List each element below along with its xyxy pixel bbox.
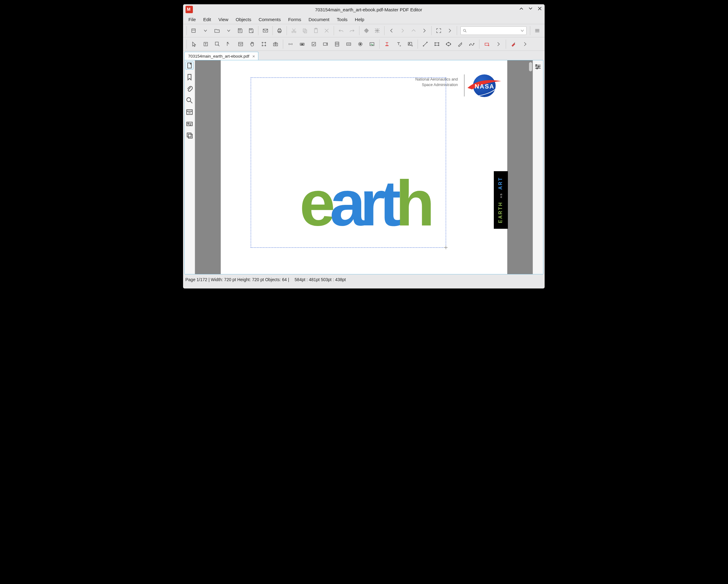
- workarea: National Aeronautics and Space Administr…: [184, 60, 543, 274]
- ellipse-tool[interactable]: [443, 39, 454, 49]
- open-button[interactable]: [212, 25, 222, 36]
- search-icon: [463, 28, 467, 33]
- document-tabstrip: 703154main_earth_art-ebook.pdf ×: [183, 51, 545, 60]
- copy-button: [300, 25, 310, 36]
- menu-help[interactable]: Help: [351, 16, 368, 23]
- fit-page-button[interactable]: [434, 25, 444, 36]
- app-icon: [185, 6, 193, 13]
- app-window: 703154main_earth_art-ebook.pdf-Master PD…: [183, 4, 545, 288]
- search-input[interactable]: [469, 28, 520, 33]
- panel-attachments-button[interactable]: [185, 85, 193, 93]
- document-tab[interactable]: 703154main_earth_art-ebook.pdf ×: [184, 52, 258, 60]
- line-tool[interactable]: [420, 39, 431, 49]
- zoom-forward-button[interactable]: [445, 25, 454, 36]
- menu-forms[interactable]: Forms: [284, 16, 305, 23]
- document-canvas[interactable]: National Aeronautics and Space Administr…: [195, 60, 533, 274]
- menu-tools[interactable]: Tools: [333, 16, 351, 23]
- panel-bookmarks-button[interactable]: [185, 73, 193, 81]
- form-edit-tool[interactable]: [235, 39, 246, 49]
- panel-pages-button[interactable]: [185, 61, 193, 70]
- open-dropdown[interactable]: [224, 25, 234, 36]
- window-maximize-button[interactable]: [528, 6, 533, 11]
- hamburger-button[interactable]: [532, 25, 542, 36]
- panel-signatures-button[interactable]: [185, 120, 193, 128]
- vertical-scrollbar[interactable]: [529, 62, 532, 71]
- print-button[interactable]: [275, 25, 285, 36]
- combo-field-tool[interactable]: [343, 39, 354, 49]
- link-tool[interactable]: [285, 39, 296, 49]
- stamp-tool[interactable]: [482, 39, 492, 49]
- menu-comments[interactable]: Comments: [255, 16, 285, 23]
- insert-text-tool[interactable]: [393, 39, 404, 49]
- svg-point-55: [536, 65, 537, 66]
- grid-button[interactable]: [362, 25, 371, 36]
- selection-handle-br[interactable]: [444, 246, 448, 249]
- earth-as-art-tab: EARTH AS ART: [494, 171, 508, 229]
- left-panel: [185, 60, 195, 274]
- edit-vector-tool[interactable]: [224, 39, 234, 49]
- panel-search-button[interactable]: [185, 97, 193, 104]
- selection-box[interactable]: [251, 77, 446, 248]
- save-as-button[interactable]: [246, 25, 256, 36]
- curve-tool[interactable]: [467, 39, 477, 49]
- menubar: File Edit View Objects Comments Forms Do…: [183, 15, 545, 24]
- status-page-info: Page 1/172 | Width: 720 pt Height: 720 p…: [185, 277, 289, 282]
- svg-rect-8: [304, 30, 307, 33]
- svg-rect-53: [187, 133, 191, 137]
- paste-button: [311, 25, 321, 36]
- delete-button: [322, 25, 332, 36]
- dropdown-field-tool[interactable]: [320, 39, 331, 49]
- panel-layers-button[interactable]: [185, 131, 193, 139]
- hand-tool[interactable]: [247, 39, 257, 49]
- crop-tool[interactable]: [259, 39, 269, 49]
- menu-edit[interactable]: Edit: [200, 16, 215, 23]
- highlight-tool[interactable]: [382, 39, 392, 49]
- select-tool[interactable]: [189, 39, 199, 49]
- more-shapes-button[interactable]: [493, 39, 503, 49]
- marker-tool[interactable]: [508, 39, 519, 49]
- button-field-tool[interactable]: OK: [297, 39, 307, 49]
- svg-point-29: [359, 43, 361, 45]
- right-panel: [533, 60, 543, 274]
- checkbox-field-tool[interactable]: [309, 39, 319, 49]
- email-button[interactable]: [261, 25, 270, 36]
- panel-fields-button[interactable]: [185, 108, 193, 116]
- menu-view[interactable]: View: [215, 16, 232, 23]
- svg-rect-14: [238, 42, 242, 46]
- menu-document[interactable]: Document: [305, 16, 333, 23]
- pdf-page: National Aeronautics and Space Administr…: [221, 60, 507, 274]
- svg-rect-0: [192, 29, 196, 32]
- panel-properties-button[interactable]: [534, 63, 542, 71]
- window-close-button[interactable]: [537, 6, 542, 11]
- save-button[interactable]: [235, 25, 245, 36]
- prev-page-button[interactable]: [387, 25, 396, 36]
- rectangle-tool[interactable]: [432, 39, 442, 49]
- tab-close-button[interactable]: ×: [252, 54, 255, 59]
- menu-objects[interactable]: Objects: [232, 16, 255, 23]
- search-dropdown-icon[interactable]: [520, 28, 524, 33]
- radio-field-tool[interactable]: [355, 39, 366, 49]
- svg-rect-50: [187, 110, 192, 115]
- snap-button[interactable]: [372, 25, 382, 36]
- window-title: 703154main_earth_art-ebook.pdf-Master PD…: [193, 7, 545, 12]
- listbox-field-tool[interactable]: [332, 39, 342, 49]
- svg-point-34: [426, 42, 427, 43]
- more-annot-button[interactable]: [520, 39, 530, 49]
- signature-field-tool[interactable]: [367, 39, 377, 49]
- toolbar-main: [183, 24, 545, 37]
- text-select-tool[interactable]: [201, 39, 211, 49]
- insert-image-tool[interactable]: [405, 39, 415, 49]
- snapshot-tool[interactable]: [270, 39, 281, 49]
- search-box[interactable]: [461, 26, 526, 35]
- pencil-tool[interactable]: [455, 39, 465, 49]
- next-view-button: [398, 25, 408, 36]
- new-button[interactable]: [188, 25, 199, 36]
- titlebar: 703154main_earth_art-ebook.pdf-Master PD…: [183, 4, 545, 15]
- new-dropdown[interactable]: [200, 25, 211, 36]
- status-cursor-info: 584pt : 481pt 503pt : 438pt: [294, 277, 346, 282]
- menu-file[interactable]: File: [185, 16, 200, 23]
- window-minimize-button[interactable]: [519, 6, 524, 11]
- next-page-button[interactable]: [420, 25, 430, 36]
- edit-text-tool[interactable]: [212, 39, 223, 49]
- svg-rect-26: [335, 42, 339, 46]
